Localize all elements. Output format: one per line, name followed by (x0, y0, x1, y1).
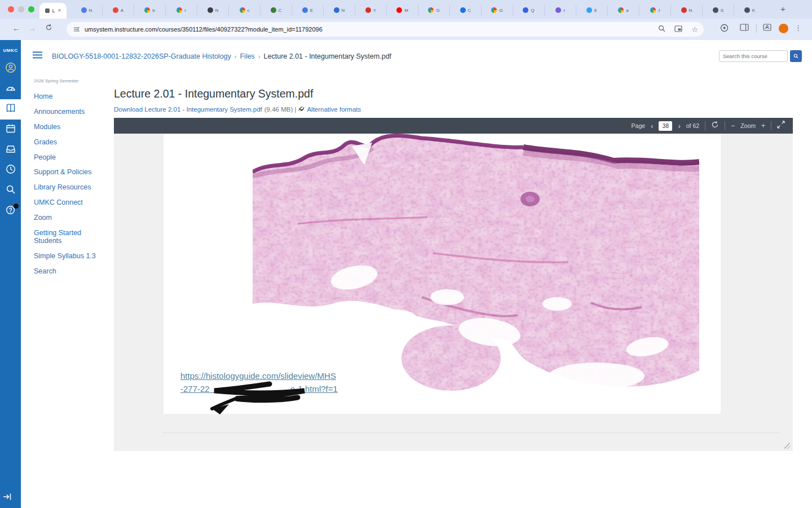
course-search-input[interactable] (719, 50, 788, 62)
browser-tab[interactable]: A (103, 5, 134, 15)
profile-avatar[interactable] (779, 24, 788, 33)
page-number-input[interactable] (659, 121, 672, 131)
collapse-nav-icon[interactable] (2, 492, 12, 503)
tab-title: a (626, 8, 628, 13)
course-search-button[interactable] (790, 50, 802, 62)
browser-tab[interactable]: E (576, 5, 608, 15)
course-nav-item-home[interactable]: Home (34, 92, 102, 100)
search-icon[interactable] (658, 24, 665, 34)
tab-title: C (468, 8, 471, 13)
tab-title: E (310, 8, 313, 13)
browser-tab[interactable]: C (450, 5, 482, 15)
browser-tab[interactable]: N (671, 5, 703, 15)
course-nav-item-people[interactable]: People (34, 153, 102, 161)
tab-title: Q (531, 8, 534, 13)
pdf-viewer-area[interactable]: https://histologyguide.com/slideview/MHS… (114, 134, 793, 451)
nav-history[interactable] (0, 160, 21, 180)
slide-hyperlink[interactable]: https://histologyguide.com/slideview/MHS… (180, 369, 395, 396)
browser-tab[interactable]: c (229, 5, 261, 15)
site-info-icon[interactable] (73, 26, 80, 33)
resize-handle[interactable] (784, 443, 790, 449)
url-bar[interactable]: umsystem.instructure.com/courses/350112/… (67, 22, 704, 37)
active-browser-tab[interactable]: L × (39, 3, 67, 19)
browser-tabstrip: L × NAbrNcCENYMGCGQrEaJNSK + (0, 0, 812, 19)
reload-icon[interactable] (45, 24, 52, 33)
browser-tab[interactable]: J (639, 5, 671, 15)
browser-tab[interactable]: Q (513, 5, 545, 15)
zoom-in-icon[interactable]: + (761, 122, 765, 130)
tab-favicon (176, 7, 182, 13)
maximize-window-button[interactable] (28, 6, 34, 12)
browser-tab[interactable]: r (166, 5, 197, 15)
hamburger-menu-icon[interactable] (33, 51, 42, 61)
tab-favicon (491, 7, 497, 13)
side-panel-icon[interactable] (740, 24, 749, 31)
course-nav-item-umkc-connect[interactable]: UMKC Connect (34, 198, 102, 206)
browser-tab[interactable]: G (418, 5, 450, 15)
browser-tab[interactable]: N (197, 5, 229, 15)
extensions-icon[interactable] (720, 24, 729, 32)
account-icon (5, 62, 16, 76)
browser-tab[interactable]: K (734, 5, 765, 15)
course-nav-item-zoom[interactable]: Zoom (34, 214, 102, 222)
next-page-icon[interactable]: › (678, 122, 680, 130)
picture-in-picture-icon[interactable] (674, 24, 682, 34)
browser-tab[interactable]: S (703, 5, 734, 15)
rotate-icon[interactable] (711, 121, 719, 131)
help-badge (14, 204, 19, 209)
back-icon[interactable]: ← (12, 24, 20, 33)
zoom-label: Zoom (740, 122, 756, 129)
tab-favicon (555, 7, 561, 13)
course-nav-item-library-resources[interactable]: Library Resources (34, 183, 102, 191)
forward-icon[interactable]: → (28, 24, 36, 33)
browser-tab[interactable]: b (134, 5, 166, 15)
browser-tab[interactable]: G (482, 5, 513, 15)
tab-close-icon[interactable]: × (58, 8, 61, 14)
course-nav-item-announcements[interactable]: Announcements (34, 108, 102, 116)
browser-menu-icon[interactable]: ⋮ (795, 24, 802, 32)
pdf-preview: Page ‹ › of 62 − Zoom + (114, 118, 793, 451)
browser-tab[interactable]: N (324, 5, 355, 15)
zoom-out-icon[interactable]: − (731, 122, 735, 130)
profile-chip-icon[interactable] (763, 24, 771, 31)
page-title: Lecture 2.01 - Integumentary System.pdf (114, 87, 793, 100)
browser-tab[interactable]: C (261, 5, 292, 15)
prev-page-icon[interactable]: ‹ (651, 122, 653, 130)
course-nav-item-grades[interactable]: Grades (34, 138, 102, 146)
browser-tab[interactable]: Y (355, 5, 387, 15)
breadcrumb-files-link[interactable]: Files (240, 52, 254, 60)
tab-favicon (302, 7, 308, 13)
nav-inbox[interactable] (0, 140, 21, 160)
course-nav-item-support-policies[interactable]: Support & Policies (34, 168, 102, 176)
tab-favicon (396, 7, 402, 13)
minimize-window-button[interactable] (18, 6, 24, 12)
nav-courses[interactable] (0, 99, 21, 120)
courses-icon (5, 103, 16, 116)
course-nav-item-modules[interactable]: Modules (34, 123, 102, 131)
nav-calendar[interactable] (0, 120, 21, 140)
browser-tab[interactable]: E (292, 5, 324, 15)
content-divider (162, 432, 779, 433)
fullscreen-icon[interactable] (777, 121, 785, 131)
course-nav-item-simple-syllabus-1-3[interactable]: Simple Syllabus 1.3 (34, 252, 102, 260)
breadcrumb-course-link[interactable]: BIOLOGY-5518-0001-12832-2026SP-Graduate … (52, 52, 231, 60)
alternative-formats-link[interactable]: Alternative formats (307, 106, 361, 113)
course-nav-item-search[interactable]: Search (34, 267, 102, 275)
bookmark-star-icon[interactable]: ☆ (691, 25, 698, 34)
new-tab-button[interactable]: + (780, 4, 785, 14)
nav-account[interactable] (0, 59, 21, 79)
close-window-button[interactable] (8, 6, 14, 12)
nav-search[interactable] (0, 180, 21, 201)
browser-tab[interactable]: a (608, 5, 639, 15)
toolbar-divider (705, 121, 705, 130)
toolbar-divider (771, 121, 771, 130)
nav-dashboard[interactable] (0, 79, 21, 99)
browser-tab[interactable]: N (71, 5, 103, 15)
tab-title: G (499, 8, 502, 13)
browser-tab[interactable]: r (545, 5, 576, 15)
course-nav-item-getting-started-students[interactable]: Getting Started Students (34, 229, 102, 245)
nav-help[interactable] (0, 201, 21, 221)
umkc-logo[interactable]: UMKC (0, 40, 21, 53)
browser-tab[interactable]: M (387, 5, 418, 15)
download-file-link[interactable]: Download Lecture 2.01 - Integumentary Sy… (114, 106, 262, 113)
